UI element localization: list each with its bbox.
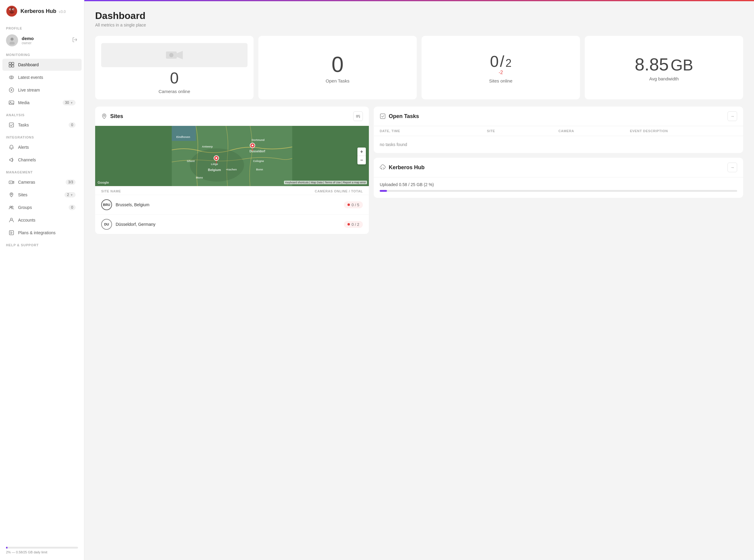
sidebar-item-accounts[interactable]: Accounts xyxy=(2,214,82,226)
grid-icon xyxy=(8,62,15,68)
camera-header: CAMERA xyxy=(558,129,630,133)
svg-text:Bonn: Bonn xyxy=(256,168,263,171)
map-zoom-out-button[interactable]: − xyxy=(357,156,366,164)
profile-section-label: PROFILE xyxy=(0,22,84,32)
sidebar-footer: 2% — 0.58/25 GB daily limit xyxy=(0,542,84,560)
play-circle-icon xyxy=(8,87,15,93)
cameras-online-card: 0 Cameras online xyxy=(95,36,254,99)
google-logo: Google xyxy=(98,181,109,184)
plans-icon xyxy=(8,230,15,236)
sidebar-item-dashboard[interactable]: Dashboard xyxy=(2,59,82,71)
profile-row: demo owner xyxy=(0,32,84,49)
profile-left: demo owner xyxy=(6,34,34,46)
brussels-status-dot xyxy=(348,203,350,206)
dusseldorf-cameras: 0 / 2 xyxy=(352,222,359,227)
profile-role: owner xyxy=(22,41,34,45)
sidebar-item-media[interactable]: Media 30 ▼ xyxy=(2,97,82,109)
sidebar-item-sites[interactable]: Sites 2 ▼ xyxy=(2,189,82,201)
svg-point-48 xyxy=(215,157,217,159)
integrations-section-label: INTEGRATIONS xyxy=(0,131,84,141)
management-section-label: MANAGEMENT xyxy=(0,166,84,176)
open-tasks-card: 0 Open Tasks xyxy=(258,36,417,99)
svg-rect-16 xyxy=(9,101,14,104)
svg-marker-20 xyxy=(13,181,14,183)
svg-point-24 xyxy=(12,206,13,208)
sites-card-header: Sites xyxy=(95,106,369,126)
sites-online-diff: -2 xyxy=(499,70,503,75)
site-row-dusseldorf: DU Düsseldorf, Germany 0 / 2 xyxy=(95,214,369,234)
map-svg: Eindhoven Antwerp Ghent Belgium Mons Liè… xyxy=(95,126,369,186)
open-tasks-card-header: Open Tasks → xyxy=(374,106,743,126)
sidebar-progress-fill xyxy=(6,547,7,548)
sites-online-total: 2 xyxy=(505,58,512,69)
sites-online-card: 0 / 2 -2 Sites online xyxy=(421,36,580,99)
svg-text:Eindhoven: Eindhoven xyxy=(176,136,190,139)
sidebar: Kerberos Hub v3.0 PROFILE demo owner MON… xyxy=(0,0,84,560)
profile-info: demo owner xyxy=(22,36,34,45)
tasks-card-icon xyxy=(380,113,386,119)
sites-card-title: Sites xyxy=(101,113,123,120)
sites-settings-button[interactable] xyxy=(353,112,363,121)
brussels-camera-status: 0 / 5 xyxy=(344,201,363,208)
tasks-icon xyxy=(8,122,15,128)
accounts-label: Accounts xyxy=(18,218,36,222)
svg-marker-28 xyxy=(177,51,183,59)
monitoring-section-label: MONITORING xyxy=(0,49,84,58)
person-icon xyxy=(8,217,15,223)
hub-arrow-button[interactable]: → xyxy=(728,163,737,172)
svg-text:Cologne: Cologne xyxy=(253,160,264,163)
sidebar-item-tasks[interactable]: Tasks 0 xyxy=(2,119,82,131)
svg-text:Antwerp: Antwerp xyxy=(202,145,213,148)
svg-text:Liège: Liège xyxy=(211,163,218,165)
map-attribution: Keyboard shortcuts | Map Data | Terms of… xyxy=(284,181,367,184)
dusseldorf-status-dot xyxy=(348,223,350,225)
hub-progress-bar xyxy=(380,190,737,192)
map-controls: + − xyxy=(357,147,366,164)
sidebar-progress-bar xyxy=(6,547,78,548)
brussels-cameras: 0 / 5 xyxy=(352,203,359,207)
channels-label: Channels xyxy=(18,158,36,162)
sidebar-item-live-stream[interactable]: Live stream xyxy=(2,84,82,96)
live-stream-label: Live stream xyxy=(18,87,40,93)
site-left-brussels: BRU Brussels, Belgium xyxy=(101,199,150,210)
sidebar-item-alerts[interactable]: Alerts xyxy=(2,141,82,153)
sidebar-item-cameras[interactable]: Cameras 3/3 xyxy=(2,176,82,188)
hub-upload-label: Uploaded 0.58 / 25 GB (2 %) xyxy=(380,182,737,187)
svg-rect-11 xyxy=(12,65,14,67)
page-title: Dashboard xyxy=(95,10,743,21)
bandwidth-unit: GB xyxy=(671,57,693,73)
sidebar-header: Kerberos Hub v3.0 xyxy=(0,0,84,22)
site-name-header: SITE NAME xyxy=(101,189,315,193)
media-badge: 30 ▼ xyxy=(63,100,76,105)
tasks-label: Tasks xyxy=(18,122,29,127)
sidebar-item-plans[interactable]: Plans & integrations xyxy=(2,227,82,239)
camera-placeholder xyxy=(101,43,247,67)
group-icon xyxy=(8,204,15,211)
svg-point-13 xyxy=(11,77,12,78)
svg-point-6 xyxy=(11,38,14,41)
sidebar-item-groups[interactable]: Groups 0 xyxy=(2,201,82,214)
location-card-icon xyxy=(101,113,107,119)
megaphone-icon xyxy=(8,157,15,163)
right-panel: Open Tasks → DATE, TIME SITE CAMERA EVEN… xyxy=(374,106,743,234)
avatar xyxy=(6,34,18,46)
dusseldorf-badge: DU xyxy=(101,219,112,230)
cameras-badge: 3/3 xyxy=(66,179,76,185)
sidebar-item-latest-events[interactable]: Latest events xyxy=(2,71,82,83)
open-tasks-arrow-button[interactable]: → xyxy=(728,112,737,121)
cameras-label: Cameras xyxy=(18,180,35,184)
hub-card-body: Uploaded 0.58 / 25 GB (2 %) xyxy=(374,177,743,198)
sites-online-value-group: 0 / 2 xyxy=(490,54,511,69)
svg-point-5 xyxy=(13,9,14,10)
avg-bandwidth-card: 8.85 GB Avg bandwidth xyxy=(585,36,743,99)
site-left-dusseldorf: DU Düsseldorf, Germany xyxy=(101,219,155,230)
svg-rect-51 xyxy=(380,114,385,119)
bandwidth-label: Avg bandwidth xyxy=(649,76,679,81)
sidebar-item-channels[interactable]: Channels xyxy=(2,154,82,166)
map-zoom-in-button[interactable]: + xyxy=(357,147,366,156)
svg-point-12 xyxy=(9,76,14,79)
bandwidth-value-group: 8.85 GB xyxy=(635,56,693,73)
open-tasks-label: Open Tasks xyxy=(326,78,350,83)
svg-text:Mons: Mons xyxy=(196,176,203,179)
logout-icon[interactable] xyxy=(72,37,78,44)
